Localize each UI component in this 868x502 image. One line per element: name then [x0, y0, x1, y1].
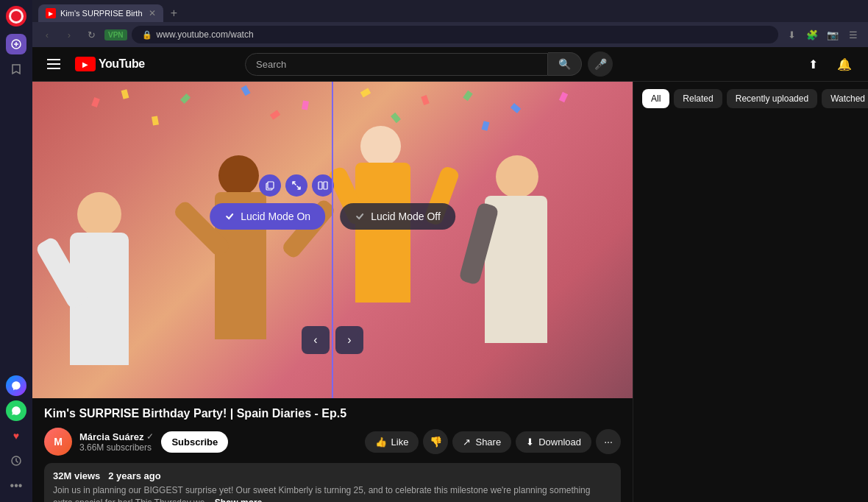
verified-badge-icon: ✓ [146, 431, 154, 442]
svg-rect-5 [324, 182, 327, 189]
url-bar[interactable]: 🔒 www.youtube.com/watch [132, 26, 778, 43]
channel-avatar[interactable]: M [44, 428, 72, 456]
vpn-badge[interactable]: VPN [104, 29, 127, 40]
thumbs-down-icon: 👎 [430, 436, 442, 448]
tab-bar: ▶ Kim's SURPRISE Birth ✕ + [32, 0, 868, 22]
description-content: Join us in planning our BIGGEST surprise… [53, 485, 590, 502]
yt-logo-icon [75, 57, 96, 71]
download-icon: ⬇ [526, 436, 534, 448]
right-sidebar: All Related Recently uploaded Watched › [633, 82, 868, 502]
svg-rect-3 [268, 182, 274, 188]
lucid-off-label: Lucid Mode Off [371, 211, 441, 222]
url-text: www.youtube.com/watch [157, 29, 254, 40]
share-button[interactable]: ↗ Share [452, 431, 511, 453]
hamburger-menu[interactable] [44, 56, 63, 72]
bookmark-sidebar-icon[interactable] [6, 59, 26, 79]
like-button[interactable]: 👍 Like [365, 431, 419, 453]
upload-time: 2 years ago [108, 470, 161, 481]
browser-window: ▶ Kim's SURPRISE Birth ✕ + ‹ › ↻ VPN 🔒 w… [32, 0, 868, 502]
yt-logo[interactable]: YouTube [75, 57, 145, 71]
yt-header: YouTube Search 🔍 🎤 ⬆ 🔔 [32, 47, 868, 82]
mic-icon: 🎤 [594, 58, 607, 70]
next-arrow-button[interactable]: › [335, 326, 363, 354]
action-buttons: 👍 Like 👎 ↗ Share ⬇ [365, 429, 621, 454]
chips-row: All Related Recently uploaded Watched › [633, 82, 868, 116]
upload-button[interactable]: ⬆ [802, 52, 825, 76]
content-area: Lucid Mode On Lucid Mode Off [32, 82, 868, 502]
download-addr-btn[interactable]: ⬇ [783, 26, 800, 43]
menu-addr-btn[interactable]: ☰ [844, 26, 862, 43]
reload-button[interactable]: ↻ [82, 26, 100, 43]
yt-mic-button[interactable]: 🎤 [588, 52, 613, 77]
video-main-area: Lucid Mode On Lucid Mode Off [32, 82, 633, 502]
active-tab[interactable]: ▶ Kim's SURPRISE Birth ✕ [38, 4, 163, 22]
opera-logo-icon[interactable] [6, 6, 26, 26]
heart-sidebar-icon[interactable]: ♥ [6, 425, 26, 446]
lucid-split-icon[interactable] [312, 174, 334, 197]
yt-search-box[interactable]: Search [245, 53, 548, 76]
video-nav-arrows: ‹ › [302, 326, 363, 354]
lucid-copy-icon[interactable] [259, 174, 281, 197]
more-actions-button[interactable]: ··· [596, 429, 621, 454]
lucid-expand-icon[interactable] [285, 174, 307, 197]
address-bar: ‹ › ↻ VPN 🔒 www.youtube.com/watch ⬇ 🧩 📷 … [32, 22, 868, 47]
forward-button[interactable]: › [60, 26, 78, 43]
whatsapp-sidebar-icon[interactable] [6, 400, 26, 421]
notifications-button[interactable]: 🔔 [833, 52, 856, 76]
prev-arrow-button[interactable]: ‹ [302, 326, 330, 354]
history-sidebar-icon[interactable] [6, 450, 26, 471]
video-info-section: Kim's SURPRISE Birthday Party! | Spain D… [32, 398, 633, 502]
subscribe-button[interactable]: Subscribe [161, 431, 228, 453]
share-icon: ↗ [463, 436, 471, 448]
yt-header-actions: ⬆ 🔔 [802, 52, 856, 76]
chip-all[interactable]: All [642, 89, 669, 108]
lucid-mode-overlay: Lucid Mode On Lucid Mode Off [32, 82, 633, 398]
chip-watched[interactable]: Watched [822, 89, 868, 108]
search-icon: 🔍 [558, 58, 571, 70]
tab-close-button[interactable]: ✕ [149, 8, 156, 18]
like-label: Like [391, 436, 409, 448]
yt-search-button[interactable]: 🔍 [548, 52, 582, 76]
browser-chrome: ▶ Kim's SURPRISE Birth ✕ + ‹ › ↻ VPN 🔒 w… [32, 0, 868, 47]
search-placeholder: Search [256, 59, 286, 70]
tab-title: Kim's SURPRISE Birth [60, 9, 143, 18]
lucid-icon-row [259, 174, 334, 197]
url-domain: www.youtube.com/watch [157, 29, 254, 40]
yt-search-container: Search 🔍 🎤 [245, 52, 613, 77]
new-tab-button[interactable]: + [166, 5, 182, 21]
video-title: Kim's SURPRISE Birthday Party! | Spain D… [44, 407, 621, 420]
channel-name: Márcia Suárez [79, 431, 143, 442]
youtube-page: YouTube Search 🔍 🎤 ⬆ 🔔 [32, 47, 868, 502]
channel-details: Márcia Suárez ✓ 3.66M subscribers [79, 431, 154, 453]
tab-favicon: ▶ [46, 8, 56, 18]
video-description[interactable]: 32M views 2 years ago Join us in plannin… [44, 463, 621, 502]
extensions-addr-btn[interactable]: 🧩 [803, 26, 821, 43]
share-label: Share [475, 436, 501, 448]
lucid-on-label: Lucid Mode On [241, 211, 310, 222]
channel-initial: M [54, 436, 63, 448]
description-text: Join us in planning our BIGGEST surprise… [53, 484, 612, 502]
video-meta-row: M Márcia Suárez ✓ 3.66M subscribers Subs… [44, 428, 621, 456]
video-background: Lucid Mode On Lucid Mode Off [32, 82, 633, 398]
lucid-mode-off-button[interactable]: Lucid Mode Off [340, 203, 455, 230]
show-more-button[interactable]: Show more [215, 498, 263, 502]
view-count: 32M views [53, 470, 100, 481]
video-player[interactable]: Lucid Mode On Lucid Mode Off [32, 82, 633, 398]
chip-recently-uploaded[interactable]: Recently uploaded [727, 89, 817, 108]
camera-addr-btn[interactable]: 📷 [824, 26, 842, 43]
thumbs-up-icon: 👍 [375, 436, 387, 448]
ai-sidebar-icon[interactable] [6, 34, 26, 54]
address-actions: ⬇ 🧩 📷 ☰ [783, 26, 862, 43]
download-button[interactable]: ⬇ Download [516, 431, 591, 453]
dislike-button[interactable]: 👎 [423, 429, 448, 454]
lucid-mode-on-button[interactable]: Lucid Mode On [210, 203, 325, 230]
more-icon: ··· [604, 436, 613, 448]
download-label: Download [538, 436, 581, 448]
more-sidebar-icon[interactable]: ••• [6, 476, 26, 496]
chip-related[interactable]: Related [674, 89, 722, 108]
opera-sidebar: ♥ ••• [0, 0, 32, 502]
back-button[interactable]: ‹ [38, 26, 56, 43]
messenger-sidebar-icon[interactable] [6, 375, 26, 396]
svg-rect-4 [319, 182, 322, 189]
video-stats: 32M views 2 years ago [53, 470, 612, 481]
